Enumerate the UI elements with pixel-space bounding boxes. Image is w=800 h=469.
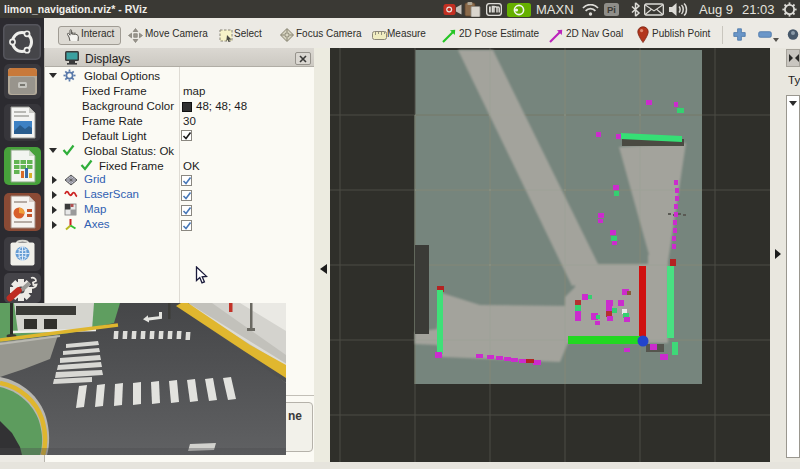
svg-text:Pi: Pi (607, 4, 616, 15)
